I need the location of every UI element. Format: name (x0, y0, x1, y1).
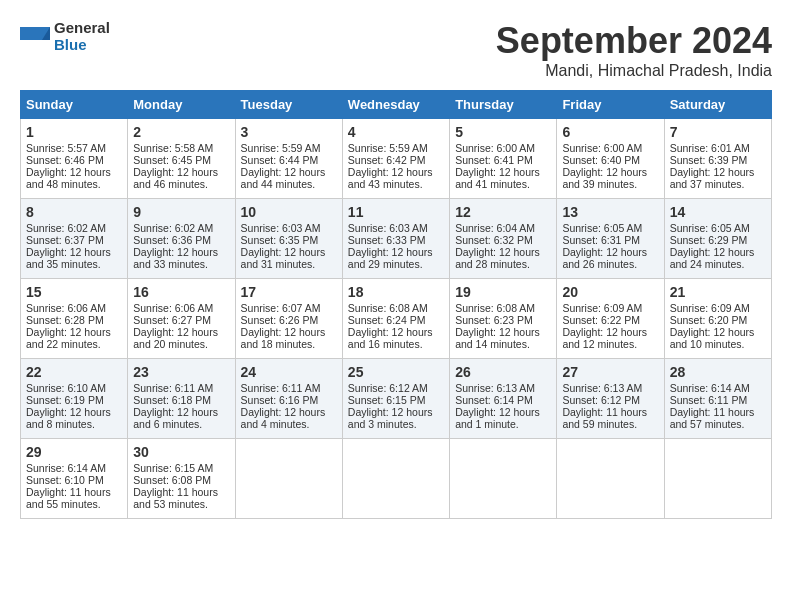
calendar-cell: 14Sunrise: 6:05 AMSunset: 6:29 PMDayligh… (664, 199, 771, 279)
sunset: Sunset: 6:39 PM (670, 154, 748, 166)
sunrise: Sunrise: 6:14 AM (26, 462, 106, 474)
sunset: Sunset: 6:46 PM (26, 154, 104, 166)
calendar-cell: 18Sunrise: 6:08 AMSunset: 6:24 PMDayligh… (342, 279, 449, 359)
day-number: 3 (241, 124, 337, 140)
sunset: Sunset: 6:18 PM (133, 394, 211, 406)
calendar-table: SundayMondayTuesdayWednesdayThursdayFrid… (20, 90, 772, 519)
daylight: Daylight: 12 hours and 35 minutes. (26, 246, 111, 270)
daylight: Daylight: 12 hours and 4 minutes. (241, 406, 326, 430)
calendar-cell: 22Sunrise: 6:10 AMSunset: 6:19 PMDayligh… (21, 359, 128, 439)
day-number: 10 (241, 204, 337, 220)
daylight: Daylight: 11 hours and 57 minutes. (670, 406, 755, 430)
sunrise: Sunrise: 5:57 AM (26, 142, 106, 154)
sunset: Sunset: 6:31 PM (562, 234, 640, 246)
calendar-cell: 9Sunrise: 6:02 AMSunset: 6:36 PMDaylight… (128, 199, 235, 279)
calendar-cell (450, 439, 557, 519)
sunset: Sunset: 6:35 PM (241, 234, 319, 246)
sunset: Sunset: 6:23 PM (455, 314, 533, 326)
calendar-week-3: 22Sunrise: 6:10 AMSunset: 6:19 PMDayligh… (21, 359, 772, 439)
day-number: 14 (670, 204, 766, 220)
sunrise: Sunrise: 5:59 AM (348, 142, 428, 154)
sunset: Sunset: 6:08 PM (133, 474, 211, 486)
day-number: 6 (562, 124, 658, 140)
day-number: 24 (241, 364, 337, 380)
sunset: Sunset: 6:22 PM (562, 314, 640, 326)
day-number: 18 (348, 284, 444, 300)
calendar-cell: 30Sunrise: 6:15 AMSunset: 6:08 PMDayligh… (128, 439, 235, 519)
header-sunday: Sunday (21, 91, 128, 119)
logo-blue: Blue (54, 37, 110, 54)
sunset: Sunset: 6:40 PM (562, 154, 640, 166)
sunrise: Sunrise: 6:02 AM (133, 222, 213, 234)
day-number: 26 (455, 364, 551, 380)
day-number: 21 (670, 284, 766, 300)
daylight: Daylight: 12 hours and 37 minutes. (670, 166, 755, 190)
daylight: Daylight: 12 hours and 46 minutes. (133, 166, 218, 190)
calendar-cell (664, 439, 771, 519)
daylight: Daylight: 12 hours and 39 minutes. (562, 166, 647, 190)
sunrise: Sunrise: 6:03 AM (241, 222, 321, 234)
sunrise: Sunrise: 6:09 AM (670, 302, 750, 314)
daylight: Daylight: 12 hours and 8 minutes. (26, 406, 111, 430)
day-number: 2 (133, 124, 229, 140)
calendar-cell: 27Sunrise: 6:13 AMSunset: 6:12 PMDayligh… (557, 359, 664, 439)
sunrise: Sunrise: 6:04 AM (455, 222, 535, 234)
calendar-cell: 13Sunrise: 6:05 AMSunset: 6:31 PMDayligh… (557, 199, 664, 279)
calendar-cell: 10Sunrise: 6:03 AMSunset: 6:35 PMDayligh… (235, 199, 342, 279)
sunset: Sunset: 6:14 PM (455, 394, 533, 406)
daylight: Daylight: 12 hours and 10 minutes. (670, 326, 755, 350)
calendar-cell: 2Sunrise: 5:58 AMSunset: 6:45 PMDaylight… (128, 119, 235, 199)
daylight: Daylight: 11 hours and 59 minutes. (562, 406, 647, 430)
sunset: Sunset: 6:10 PM (26, 474, 104, 486)
day-number: 8 (26, 204, 122, 220)
sunrise: Sunrise: 6:14 AM (670, 382, 750, 394)
daylight: Daylight: 12 hours and 14 minutes. (455, 326, 540, 350)
calendar-week-0: 1Sunrise: 5:57 AMSunset: 6:46 PMDaylight… (21, 119, 772, 199)
daylight: Daylight: 12 hours and 20 minutes. (133, 326, 218, 350)
day-number: 7 (670, 124, 766, 140)
calendar-cell: 1Sunrise: 5:57 AMSunset: 6:46 PMDaylight… (21, 119, 128, 199)
sunrise: Sunrise: 6:08 AM (455, 302, 535, 314)
sunset: Sunset: 6:37 PM (26, 234, 104, 246)
day-number: 22 (26, 364, 122, 380)
daylight: Daylight: 12 hours and 41 minutes. (455, 166, 540, 190)
calendar-cell: 6Sunrise: 6:00 AMSunset: 6:40 PMDaylight… (557, 119, 664, 199)
calendar-cell: 23Sunrise: 6:11 AMSunset: 6:18 PMDayligh… (128, 359, 235, 439)
day-number: 17 (241, 284, 337, 300)
calendar-cell (557, 439, 664, 519)
sunset: Sunset: 6:12 PM (562, 394, 640, 406)
day-number: 19 (455, 284, 551, 300)
calendar-cell: 25Sunrise: 6:12 AMSunset: 6:15 PMDayligh… (342, 359, 449, 439)
sunset: Sunset: 6:19 PM (26, 394, 104, 406)
daylight: Daylight: 12 hours and 6 minutes. (133, 406, 218, 430)
calendar-week-2: 15Sunrise: 6:06 AMSunset: 6:28 PMDayligh… (21, 279, 772, 359)
month-title: September 2024 (496, 20, 772, 62)
daylight: Daylight: 11 hours and 53 minutes. (133, 486, 218, 510)
daylight: Daylight: 12 hours and 18 minutes. (241, 326, 326, 350)
sunset: Sunset: 6:33 PM (348, 234, 426, 246)
header-thursday: Thursday (450, 91, 557, 119)
sunset: Sunset: 6:44 PM (241, 154, 319, 166)
svg-rect-2 (20, 27, 42, 40)
daylight: Daylight: 12 hours and 3 minutes. (348, 406, 433, 430)
calendar-cell: 8Sunrise: 6:02 AMSunset: 6:37 PMDaylight… (21, 199, 128, 279)
sunset: Sunset: 6:26 PM (241, 314, 319, 326)
header-friday: Friday (557, 91, 664, 119)
calendar-cell: 5Sunrise: 6:00 AMSunset: 6:41 PMDaylight… (450, 119, 557, 199)
sunset: Sunset: 6:28 PM (26, 314, 104, 326)
daylight: Daylight: 12 hours and 1 minute. (455, 406, 540, 430)
day-number: 13 (562, 204, 658, 220)
calendar-week-1: 8Sunrise: 6:02 AMSunset: 6:37 PMDaylight… (21, 199, 772, 279)
daylight: Daylight: 12 hours and 33 minutes. (133, 246, 218, 270)
calendar-cell: 3Sunrise: 5:59 AMSunset: 6:44 PMDaylight… (235, 119, 342, 199)
calendar-cell: 16Sunrise: 6:06 AMSunset: 6:27 PMDayligh… (128, 279, 235, 359)
sunrise: Sunrise: 6:00 AM (562, 142, 642, 154)
sunset: Sunset: 6:20 PM (670, 314, 748, 326)
calendar-cell: 12Sunrise: 6:04 AMSunset: 6:32 PMDayligh… (450, 199, 557, 279)
daylight: Daylight: 12 hours and 22 minutes. (26, 326, 111, 350)
sunset: Sunset: 6:36 PM (133, 234, 211, 246)
calendar-cell: 11Sunrise: 6:03 AMSunset: 6:33 PMDayligh… (342, 199, 449, 279)
sunrise: Sunrise: 6:15 AM (133, 462, 213, 474)
day-number: 27 (562, 364, 658, 380)
daylight: Daylight: 12 hours and 24 minutes. (670, 246, 755, 270)
